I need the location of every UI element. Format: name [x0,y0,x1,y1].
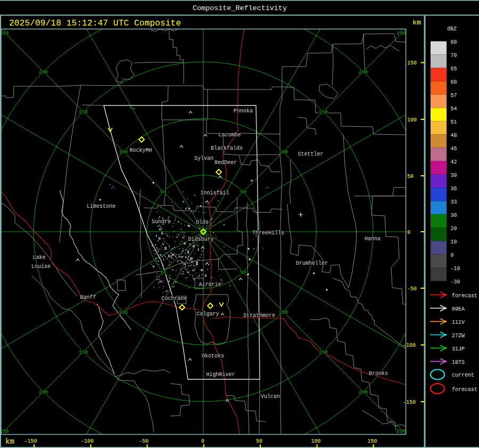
svg-text:Drumheller: Drumheller [296,260,328,266]
svg-text:80: 80 [451,39,457,45]
svg-text:Vulcan: Vulcan [261,394,280,400]
svg-text:Lacombe: Lacombe [218,132,241,138]
svg-text:-10: -10 [451,266,460,272]
svg-text:36: 36 [451,186,457,192]
svg-text:150: 150 [407,60,417,66]
svg-text:50: 50 [240,189,246,195]
svg-text:Airdrie: Airdrie [199,282,221,288]
svg-text:Cochrane: Cochrane [161,296,187,302]
svg-text:100: 100 [279,309,288,315]
svg-text:Didsbury: Didsbury [188,237,213,242]
svg-text:200: 200 [39,69,48,75]
svg-text:Banff: Banff [80,295,96,300]
svg-text:100: 100 [119,309,128,315]
svg-text:Strathmore: Strathmore [243,313,275,319]
svg-text:150: 150 [319,349,328,355]
svg-text:10: 10 [451,239,457,245]
svg-text:39: 39 [451,173,457,178]
svg-text:150: 150 [79,109,88,115]
svg-text:2025/09/18 15:12:47 UTC Compos: 2025/09/18 15:12:47 UTC Composite [9,19,181,28]
svg-text:50: 50 [256,438,262,444]
svg-text:42: 42 [451,159,457,165]
svg-text:65: 65 [451,66,457,72]
svg-text:33: 33 [451,199,457,205]
svg-text:Blackfalds: Blackfalds [211,145,243,151]
svg-text:100: 100 [279,149,288,155]
svg-text:50: 50 [240,270,246,275]
svg-text:km: km [5,437,14,446]
svg-text:Calgary: Calgary [196,311,219,317]
svg-text:RockyMH: RockyMH [129,148,152,153]
svg-text:Okotoks: Okotoks [202,353,224,359]
svg-text:-50: -50 [407,286,417,292]
svg-text:0: 0 [201,438,204,444]
svg-text:200: 200 [39,389,48,395]
svg-text:Sundre: Sundre [152,219,171,225]
svg-text:100: 100 [311,438,320,444]
svg-text:Stettler: Stettler [298,151,323,157]
svg-text:RedDeer: RedDeer [214,160,237,166]
svg-text:Composite_Reflectivity: Composite_Reflectivity [193,4,287,12]
svg-text:45: 45 [451,146,457,152]
svg-text:Sylvan: Sylvan [194,156,213,161]
svg-text:Hanna: Hanna [365,236,381,242]
svg-text:ThreeHills: ThreeHills [252,230,284,236]
svg-text:31JP: 31JP [452,346,465,352]
svg-text:forecast: forecast [452,387,477,393]
svg-text:100: 100 [407,117,417,123]
svg-text:0: 0 [407,230,410,235]
svg-text:09EA: 09EA [452,306,465,312]
svg-text:0: 0 [451,252,454,258]
svg-text:-100: -100 [81,438,94,444]
svg-text:250: 250 [397,30,406,36]
svg-text:30: 30 [451,213,457,218]
svg-text:27ZW: 27ZW [452,333,465,339]
svg-text:250: 250 [396,428,405,434]
svg-text:150: 150 [367,438,377,444]
svg-text:150: 150 [79,349,88,355]
svg-text:*: * [250,179,254,185]
svg-text:54: 54 [451,106,457,112]
svg-text:Olds: Olds [196,219,209,225]
svg-text:57: 57 [451,93,457,99]
svg-text:200: 200 [359,69,368,75]
svg-text:60: 60 [451,79,457,85]
svg-text:dBZ: dBZ [447,26,457,32]
svg-text:20: 20 [451,226,457,232]
svg-text:-50: -50 [139,438,148,444]
svg-text:18TS: 18TS [452,360,465,365]
svg-text:70: 70 [451,53,457,59]
svg-text:km: km [412,19,421,27]
svg-text:current: current [452,372,474,378]
svg-text:Lake: Lake [32,255,45,260]
svg-text:-150: -150 [24,438,37,444]
svg-text:Brooks: Brooks [369,371,388,377]
svg-text:*: * [98,198,102,205]
svg-text:Louise: Louise [31,264,51,270]
svg-text:51: 51 [451,119,457,125]
svg-text:100: 100 [119,149,128,155]
svg-text:48: 48 [451,133,457,139]
svg-text:-100: -100 [403,343,416,348]
svg-text:-30: -30 [451,279,460,285]
svg-text:Innisfail: Innisfail [200,190,229,196]
svg-text:HighRiver: HighRiver [206,372,235,378]
svg-text:Ponoka: Ponoka [234,108,253,114]
svg-text:150: 150 [319,109,328,115]
svg-text:-150: -150 [403,400,416,405]
svg-text:50: 50 [160,270,167,275]
svg-text:50: 50 [407,174,414,180]
svg-text:111V: 111V [452,320,465,325]
svg-text:50: 50 [160,189,167,195]
svg-text:200: 200 [359,389,368,395]
svg-text:forecast: forecast [452,293,477,299]
